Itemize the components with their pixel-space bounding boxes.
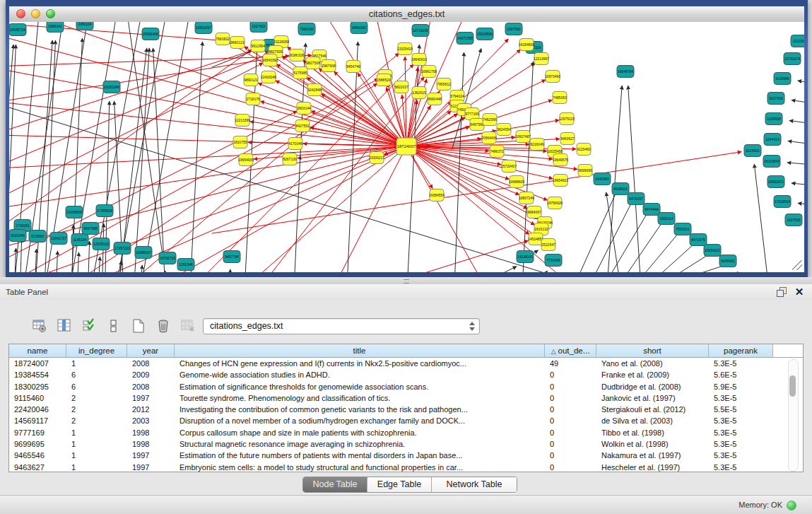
graph-node[interactable]: 5912954 bbox=[251, 40, 265, 52]
graph-node[interactable]: 9474444 bbox=[643, 204, 660, 216]
graph-node[interactable]: 9890121 bbox=[244, 74, 258, 86]
table-row[interactable]: 1830029562008Estimation of significance … bbox=[9, 381, 803, 392]
graph-node[interactable]: 9242848 bbox=[307, 84, 322, 96]
graph-edge[interactable] bbox=[9, 146, 406, 170]
graph-edge[interactable] bbox=[543, 271, 548, 272]
graph-node[interactable]: 2967608 bbox=[322, 60, 336, 72]
graph-node[interactable]: 1115682 bbox=[29, 230, 46, 243]
select-all-check-button[interactable] bbox=[81, 317, 98, 334]
graph-node[interactable]: 3624554 bbox=[497, 124, 511, 136]
graph-edge[interactable] bbox=[534, 250, 539, 253]
graph-edge[interactable] bbox=[325, 146, 406, 272]
graph-node[interactable]: 22420046 bbox=[261, 71, 276, 83]
graph-node[interactable]: 17957223 bbox=[114, 243, 131, 255]
graph-node[interactable]: 2381104 bbox=[76, 22, 93, 30]
graph-node[interactable]: 19654923 bbox=[553, 175, 568, 187]
graph-node[interactable]: 13325419 bbox=[397, 43, 413, 55]
graph-node[interactable]: 7966160 bbox=[298, 23, 315, 35]
graph-edge[interactable] bbox=[247, 77, 424, 272]
table-row[interactable]: 1456911722003Disruption of a novel membe… bbox=[9, 415, 803, 426]
graph-node[interactable]: 9660123 bbox=[230, 37, 245, 49]
column-header-in_degree[interactable]: in_degree bbox=[66, 344, 127, 358]
graph-node[interactable]: 20691406 bbox=[142, 28, 159, 40]
tab-node-table[interactable]: Node Table bbox=[303, 477, 367, 492]
graph-node[interactable]: 7486372 bbox=[490, 146, 504, 158]
table-scrollbar[interactable] bbox=[788, 359, 799, 472]
close-panel-button[interactable]: ✕ bbox=[794, 286, 805, 298]
graph-node[interactable]: 1588520 bbox=[377, 74, 391, 86]
graph-node[interactable]: 12505115 bbox=[93, 238, 110, 250]
float-panel-button[interactable] bbox=[777, 287, 787, 297]
graph-node[interactable]: 17359926 bbox=[96, 205, 113, 217]
graph-node[interactable]: 12213399 bbox=[235, 115, 250, 127]
graph-edge[interactable] bbox=[609, 214, 647, 272]
graph-node[interactable]: 8466160 bbox=[351, 22, 367, 34]
graph-edge[interactable] bbox=[628, 86, 640, 272]
graph-edge[interactable] bbox=[99, 257, 100, 272]
graph-node[interactable]: 5822037 bbox=[394, 81, 408, 93]
graph-edge[interactable] bbox=[9, 49, 252, 247]
memory-indicator-led[interactable] bbox=[787, 501, 796, 510]
panel-splitter[interactable] bbox=[0, 277, 812, 284]
graph-node[interactable]: 4170046 bbox=[288, 138, 302, 150]
table-row[interactable]: 977716911998Corpus callosum shape and si… bbox=[9, 427, 803, 438]
graph-node[interactable]: 8267130 bbox=[283, 153, 297, 165]
graph-node[interactable]: 18640910 bbox=[411, 54, 427, 66]
graph-node[interactable]: 12975115 bbox=[559, 113, 575, 125]
graph-node[interactable]: 23300217 bbox=[369, 152, 384, 164]
graph-node[interactable]: 10653257 bbox=[195, 22, 212, 34]
graph-node[interactable]: 1145194 bbox=[71, 234, 88, 246]
graph-edge[interactable] bbox=[276, 81, 406, 146]
tab-network-table[interactable]: Network Table bbox=[432, 477, 517, 492]
graph-edge[interactable] bbox=[787, 163, 804, 165]
graph-node[interactable]: 1209938 bbox=[765, 113, 782, 125]
graph-node[interactable]: 14671355 bbox=[457, 33, 473, 45]
graph-node[interactable]: 10654112 bbox=[704, 245, 721, 257]
graph-node[interactable]: 19654935 bbox=[238, 154, 254, 166]
graph-edge[interactable] bbox=[642, 234, 678, 272]
graph-node[interactable]: 7663822 bbox=[216, 33, 230, 45]
graph-node[interactable]: 6479197 bbox=[628, 193, 645, 205]
graph-edge[interactable] bbox=[88, 241, 90, 272]
graph-edge[interactable] bbox=[673, 255, 707, 272]
graph-node[interactable]: 9129966 bbox=[774, 73, 791, 85]
table-selector[interactable]: citations_edges.txt bbox=[203, 318, 480, 334]
graph-node[interactable]: 6216049 bbox=[530, 139, 544, 151]
graph-node[interactable]: 2935114 bbox=[658, 213, 675, 225]
graph-edge[interactable] bbox=[9, 28, 406, 146]
splitter-handle[interactable] bbox=[404, 279, 409, 284]
delete-trash-button[interactable] bbox=[155, 317, 172, 334]
graph-edge[interactable] bbox=[788, 141, 804, 144]
graph-node[interactable]: 10607487 bbox=[515, 131, 531, 143]
graph-node[interactable]: 3915349 bbox=[9, 230, 26, 242]
graph-edge[interactable] bbox=[657, 245, 693, 272]
graph-node[interactable]: 6497568 bbox=[470, 119, 484, 131]
graph-node[interactable]: 8471676 bbox=[690, 234, 707, 246]
graph-node[interactable]: 8427552 bbox=[295, 120, 310, 132]
graph-edge[interactable] bbox=[798, 81, 804, 83]
graph-node[interactable]: 8115953 bbox=[744, 145, 761, 157]
graph-node[interactable]: 2803144 bbox=[297, 103, 311, 115]
graph-node[interactable]: 9245652 bbox=[719, 255, 736, 267]
table-row[interactable]: 1872400712008Changes of HCN gene express… bbox=[9, 358, 803, 369]
graph-node[interactable]: 1244413 bbox=[764, 134, 781, 146]
graph-node[interactable]: 7462566 bbox=[483, 114, 497, 126]
graph-node[interactable]: 19384554 bbox=[429, 189, 445, 201]
network-window-titlebar[interactable]: citations_edges.txt bbox=[9, 6, 804, 23]
graph-node[interactable]: 15751074 bbox=[784, 53, 801, 65]
graph-node[interactable]: 2089141 bbox=[47, 22, 64, 33]
column-header-out_de[interactable]: △out_de... bbox=[545, 344, 596, 358]
column-header-year[interactable]: year bbox=[127, 344, 175, 358]
graph-edge[interactable] bbox=[578, 194, 616, 272]
graph-node[interactable]: 2522547 bbox=[541, 239, 555, 251]
table-row[interactable]: 911546021997Tourette syndrome. Phenomeno… bbox=[9, 392, 803, 404]
resize-grip-icon[interactable] bbox=[792, 260, 802, 270]
graph-node[interactable]: 20206506 bbox=[66, 206, 83, 218]
table-row[interactable]: 2242004622012Investigating the contribut… bbox=[9, 404, 803, 415]
network-canvas[interactable]: 2405572420891412381104206914061065325715… bbox=[9, 22, 804, 272]
graph-node[interactable]: 23053346 bbox=[103, 81, 120, 93]
graph-node[interactable]: 9115460 bbox=[577, 144, 591, 156]
graph-node[interactable]: 16961758 bbox=[421, 66, 437, 78]
graph-edge[interactable] bbox=[625, 223, 661, 272]
graph-node[interactable]: 18724007 bbox=[396, 138, 416, 155]
